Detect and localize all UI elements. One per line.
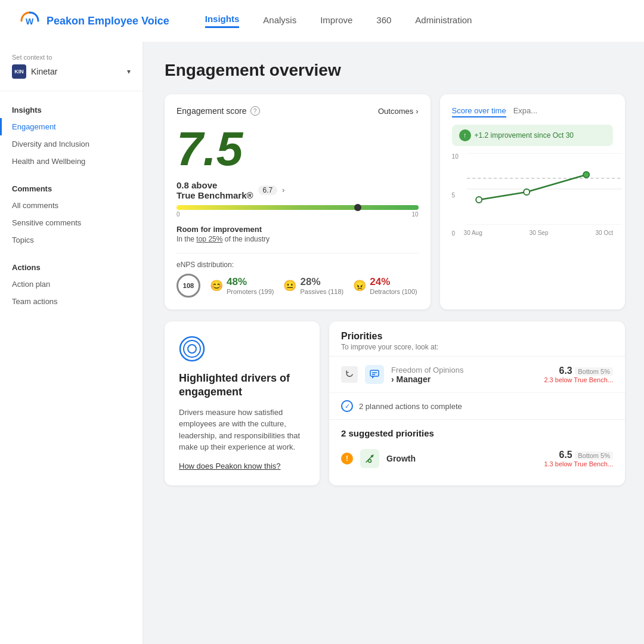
sidebar-item-topics[interactable]: Topics xyxy=(0,231,143,249)
sidebar-item-sensitive-comments[interactable]: Sensitive comments xyxy=(0,214,143,231)
priorities-card: Priorities To improve your score, look a… xyxy=(329,321,625,485)
drivers-desc: Drivers measure how satisfied employees … xyxy=(179,407,305,453)
chart-y-labels: 10 5 0 xyxy=(452,153,459,237)
actions-row: ✓ 2 planned actions to complete xyxy=(329,393,625,420)
detractors-emoji-icon: 😠 xyxy=(353,279,366,292)
svg-point-17 xyxy=(371,455,373,457)
context-selector: Set context to KIN Kinetar ▾ xyxy=(0,54,143,91)
growth-info: Growth xyxy=(386,454,537,463)
main-content: Engagement overview Engagement score ? O… xyxy=(143,42,644,644)
svg-point-11 xyxy=(188,345,196,353)
enps-circle: 108 xyxy=(177,274,200,298)
passives-emoji-icon: 😐 xyxy=(283,279,296,292)
engagement-card-header: Engagement score ? Outcomes › xyxy=(177,106,419,116)
nav-links: Insights Analysis Improve 360 Administra… xyxy=(205,14,625,28)
nav-insights[interactable]: Insights xyxy=(205,14,240,28)
priorities-subtitle: To improve your score, look at: xyxy=(341,343,613,351)
suggested-section: 2 suggested priorities ! xyxy=(329,420,625,478)
help-icon[interactable]: ? xyxy=(250,106,260,116)
top-navigation: W Peakon Employee Voice Insights Analysi… xyxy=(0,0,644,42)
nav-analysis[interactable]: Analysis xyxy=(263,15,296,27)
sidebar-item-action-plan[interactable]: Action plan xyxy=(0,275,143,293)
check-icon: ✓ xyxy=(341,400,353,412)
sidebar-item-diversity[interactable]: Diversity and Inclusion xyxy=(0,135,143,153)
score-chart-svg xyxy=(464,153,625,225)
benchmark-badge: 6.7 xyxy=(258,185,278,195)
benchmark-text: 0.8 above True Benchmark® xyxy=(177,180,253,200)
sidebar-item-engagement[interactable]: Engagement xyxy=(0,118,143,135)
priorities-title: Priorities xyxy=(341,331,613,342)
nav-improve[interactable]: Improve xyxy=(320,15,352,27)
sidebar-section-comments: Comments xyxy=(0,179,143,197)
benchmark-row: 0.8 above True Benchmark® 6.7 › xyxy=(177,180,419,200)
promoters-emoji-icon: 😊 xyxy=(210,279,223,292)
lower-row: Highlighted drivers of engagement Driver… xyxy=(165,321,625,485)
sidebar-item-health[interactable]: Health and Wellbeing xyxy=(0,153,143,170)
score-over-time-card: Score over time Expa... ↑ +1.2 improveme… xyxy=(440,94,625,309)
svg-point-7 xyxy=(524,189,530,195)
arrow-up-icon: ↑ xyxy=(459,129,471,141)
how-peakon-link[interactable]: How does Peakon know this? xyxy=(179,462,281,470)
drivers-card: Highlighted drivers of engagement Driver… xyxy=(165,321,320,485)
drivers-title: Highlighted drivers of engagement xyxy=(179,371,305,400)
sot-tab-expansion[interactable]: Expa... xyxy=(513,106,537,117)
enps-passives: 😐 28% Passives (118) xyxy=(283,276,343,295)
nav-administration[interactable]: Administration xyxy=(415,15,472,27)
sot-tab-score-over-time[interactable]: Score over time xyxy=(452,106,506,117)
growth-score: 6.5 Bottom 5% 1.3 below True Bench... xyxy=(544,450,613,467)
cards-row: Engagement score ? Outcomes › 7.5 0.8 ab… xyxy=(165,94,625,309)
warning-icon: ! xyxy=(341,453,353,465)
chevron-right-icon: › xyxy=(416,107,418,116)
suggested-title: 2 suggested priorities xyxy=(341,428,613,438)
sidebar-section-insights: Insights xyxy=(0,101,143,118)
improvement-title: Room for improvement xyxy=(177,225,419,234)
nav-360[interactable]: 360 xyxy=(376,15,391,27)
svg-point-10 xyxy=(184,340,200,357)
chart-x-labels: 30 Aug 30 Sep 30 Oct xyxy=(452,230,613,236)
growth-icon xyxy=(360,449,379,468)
refresh-icon xyxy=(341,366,358,383)
enps-row: 108 😊 48% Promoters (199) 😐 xyxy=(177,274,419,298)
svg-point-8 xyxy=(583,172,589,178)
enps-section: eNPS distribution: 108 😊 48% Promoters (… xyxy=(177,253,419,298)
improvement-desc: In the top 25% of the industry xyxy=(177,235,419,243)
priority-freedom-info: Freedom of Opinions › Manager xyxy=(391,366,537,384)
page-title: Engagement overview xyxy=(165,61,625,80)
priority-freedom-score: 6.3 Bottom 5% 2.3 below True Bench... xyxy=(544,366,613,383)
logo-area: W Peakon Employee Voice xyxy=(19,10,169,32)
enps-title: eNPS distribution: xyxy=(177,261,419,269)
priority-item-freedom[interactable]: Freedom of Opinions › Manager 6.3 Bottom… xyxy=(329,357,625,393)
sidebar-section-actions: Actions xyxy=(0,258,143,275)
engagement-card-title: Engagement score ? xyxy=(177,106,260,116)
context-dropdown[interactable]: KIN Kinetar ▾ xyxy=(12,64,131,79)
top-percent-link[interactable]: top 25% xyxy=(196,235,222,243)
svg-text:W: W xyxy=(26,17,34,26)
score-bar: 0 10 xyxy=(177,205,419,218)
app-logo-icon: W xyxy=(19,10,41,32)
sot-header: Score over time Expa... xyxy=(452,106,613,117)
target-icon xyxy=(179,336,305,364)
app-title: Peakon Employee Voice xyxy=(47,15,169,27)
priorities-header: Priorities To improve your score, look a… xyxy=(329,321,625,357)
suggested-item-growth[interactable]: ! Growth xyxy=(341,444,613,473)
sidebar: Set context to KIN Kinetar ▾ Insights En… xyxy=(0,42,143,644)
svg-point-16 xyxy=(369,460,371,463)
context-label: Set context to xyxy=(12,54,131,61)
enps-detractors: 😠 24% Detractors (100) xyxy=(353,276,417,295)
context-name: Kinetar xyxy=(31,67,57,76)
chevron-down-icon: ▾ xyxy=(127,67,131,76)
outcomes-link[interactable]: Outcomes › xyxy=(378,107,419,116)
sidebar-item-team-actions[interactable]: Team actions xyxy=(0,293,143,310)
svg-rect-12 xyxy=(370,370,379,376)
engagement-score-card: Engagement score ? Outcomes › 7.5 0.8 ab… xyxy=(165,94,431,309)
context-logo: KIN xyxy=(12,64,26,79)
actions-text: 2 planned actions to complete xyxy=(359,402,462,411)
engagement-score-value: 7.5 xyxy=(177,125,419,173)
chart-area: 10 5 0 xyxy=(452,153,613,237)
sidebar-item-all-comments[interactable]: All comments xyxy=(0,197,143,214)
priority-comment-icon xyxy=(365,365,384,384)
improvement-text: +1.2 improvement since Oct 30 xyxy=(475,131,574,140)
svg-point-6 xyxy=(476,197,482,203)
benchmark-arrow-icon[interactable]: › xyxy=(282,186,284,194)
enps-promoters: 😊 48% Promoters (199) xyxy=(210,276,274,295)
